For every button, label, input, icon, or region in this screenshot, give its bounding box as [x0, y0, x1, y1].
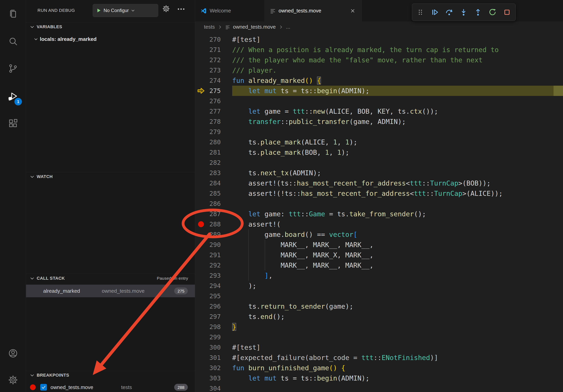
code-line-295[interactable]: 295 [195, 291, 563, 301]
breadcrumb-symbol-more[interactable]: ... [286, 24, 290, 30]
line-number[interactable]: 285 [207, 188, 221, 198]
breakpoint-dot-icon[interactable] [198, 221, 204, 227]
code-line-288[interactable]: 288 assert!( [195, 219, 563, 229]
line-number[interactable]: 301 [207, 353, 221, 363]
step-out-button[interactable] [473, 7, 483, 18]
line-number[interactable]: 281 [207, 147, 221, 157]
line-number[interactable]: 276 [207, 96, 221, 106]
line-number[interactable]: 272 [207, 55, 221, 65]
code-line-274[interactable]: 274fun already_marked() { [195, 75, 563, 86]
line-number[interactable]: 292 [207, 260, 221, 270]
debug-config-dropdown[interactable]: No Configur [93, 4, 158, 17]
code-line-302[interactable]: 302fun burn_unfinished_game() { [195, 363, 563, 373]
code-line-270[interactable]: 270#[test] [195, 34, 563, 45]
variables-section-header[interactable]: VARIABLES [26, 22, 195, 31]
code-line-294[interactable]: 294 ); [195, 281, 563, 291]
breadcrumb-file[interactable]: owned_tests.move [233, 24, 276, 30]
code-line-303[interactable]: 303 let mut ts = ts::begin(ADMIN); [195, 373, 563, 383]
line-number[interactable]: 275 [207, 86, 221, 96]
line-number[interactable]: 287 [207, 209, 221, 219]
line-number[interactable]: 300 [207, 342, 221, 353]
code-line-299[interactable]: 299 [195, 332, 563, 342]
account-icon[interactable] [0, 344, 26, 363]
line-number[interactable]: 283 [207, 168, 221, 178]
code-line-291[interactable]: 291 MARK__, MARK_X, MARK__, [195, 250, 563, 260]
line-number[interactable]: 277 [207, 106, 221, 117]
code-line-283[interactable]: 283 ts.next_tx(ADMIN); [195, 168, 563, 178]
line-number[interactable]: 288 [207, 219, 221, 229]
code-line-284[interactable]: 284 assert!(ts::has_most_recent_for_addr… [195, 178, 563, 188]
toolbar-drag-handle[interactable] [415, 7, 425, 17]
call-stack-section-header[interactable]: CALL STACK Paused on entry [26, 274, 195, 282]
line-number[interactable]: 296 [207, 301, 221, 312]
line-number[interactable]: 282 [207, 157, 221, 168]
extensions-icon[interactable] [0, 114, 26, 133]
line-number[interactable]: 289 [207, 229, 221, 240]
line-number[interactable]: 297 [207, 312, 221, 322]
line-number[interactable]: 298 [207, 322, 221, 332]
line-number[interactable]: 280 [207, 137, 221, 147]
breakpoint-checkbox[interactable] [40, 384, 47, 391]
code-line-273[interactable]: 273/// player. [195, 65, 563, 75]
line-number[interactable]: 273 [207, 65, 221, 75]
breadcrumb-folder[interactable]: tests [204, 24, 215, 30]
stop-button[interactable] [502, 7, 512, 18]
tab-welcome[interactable]: Welcome [195, 0, 265, 22]
line-number[interactable]: 299 [207, 332, 221, 342]
code-line-272[interactable]: 272/// the player who made the "false" m… [195, 55, 563, 65]
code-line-297[interactable]: 297 ts.end(); [195, 312, 563, 322]
line-number[interactable]: 291 [207, 250, 221, 260]
line-number[interactable]: 295 [207, 291, 221, 301]
code-line-298[interactable]: 298} [195, 322, 563, 332]
code-line-285[interactable]: 285 assert!(!ts::has_most_recent_for_add… [195, 188, 563, 198]
tab-owned-tests-move[interactable]: owned_tests.move [265, 0, 362, 22]
code-line-279[interactable]: 279 [195, 127, 563, 137]
code-line-282[interactable]: 282 [195, 157, 563, 168]
code-line-277[interactable]: 277 let game = ttt::new(ALICE, BOB, KEY,… [195, 106, 563, 117]
step-over-button[interactable] [444, 7, 455, 18]
code-line-276[interactable]: 276 [195, 96, 563, 106]
code-line-278[interactable]: 278 transfer::public_transfer(game, ADMI… [195, 117, 563, 127]
breakpoint-list-item[interactable]: owned_tests.move tests 288 [26, 382, 195, 392]
line-number[interactable]: 304 [207, 383, 221, 392]
line-number[interactable]: 302 [207, 363, 221, 373]
explorer-icon[interactable] [0, 4, 26, 23]
code-line-280[interactable]: 280 ts.place_mark(ALICE, 1, 1); [195, 137, 563, 147]
code-line-289[interactable]: 289 game.board() == vector[ [195, 229, 563, 240]
watch-section-header[interactable]: WATCH [26, 172, 195, 181]
breakpoints-section-header[interactable]: BREAKPOINTS [26, 371, 195, 379]
code-line-292[interactable]: 292 MARK__, MARK__, MARK__, [195, 260, 563, 270]
code-line-300[interactable]: 300#[test] [195, 342, 563, 353]
code-line-281[interactable]: 281 ts.place_mark(BOB, 1, 1); [195, 147, 563, 157]
run-and-debug-icon[interactable]: 1 [0, 87, 26, 105]
line-number[interactable]: 279 [207, 127, 221, 137]
search-icon[interactable] [0, 32, 26, 51]
debug-gear-button[interactable] [162, 5, 170, 13]
line-number[interactable]: 278 [207, 117, 221, 127]
code-line-293[interactable]: 293 ], [195, 270, 563, 281]
line-number[interactable]: 293 [207, 270, 221, 281]
source-control-icon[interactable] [0, 59, 26, 78]
line-number[interactable]: 286 [207, 198, 221, 209]
restart-button[interactable] [487, 7, 498, 18]
call-stack-frame-row[interactable]: already_marked owned_tests.move 275 [26, 285, 195, 297]
line-number[interactable]: 294 [207, 281, 221, 291]
step-into-button[interactable] [458, 7, 469, 18]
code-line-301[interactable]: 301#[expected_failure(abort_code = ttt::… [195, 353, 563, 363]
line-number[interactable]: 284 [207, 178, 221, 188]
locals-scope-row[interactable]: locals: already_marked [26, 34, 195, 44]
line-number[interactable]: 270 [207, 34, 221, 45]
settings-gear-icon[interactable] [0, 370, 26, 390]
code-line-287[interactable]: 287 let game: ttt::Game = ts.take_from_s… [195, 209, 563, 219]
line-number[interactable]: 274 [207, 75, 221, 86]
line-number[interactable]: 303 [207, 373, 221, 383]
line-number[interactable]: 271 [207, 45, 221, 55]
code-line-290[interactable]: 290 MARK__, MARK__, MARK__, [195, 240, 563, 250]
continue-button[interactable] [429, 7, 440, 18]
code-line-304[interactable]: 304 [195, 383, 563, 392]
code-line-275[interactable]: 275 let mut ts = ts::begin(ADMIN); [195, 86, 563, 96]
code-line-296[interactable]: 296 ts.return_to_sender(game); [195, 301, 563, 312]
tab-close-button[interactable] [349, 7, 357, 15]
line-number[interactable]: 290 [207, 240, 221, 250]
sidebar-more-actions-button[interactable] [177, 7, 185, 12]
